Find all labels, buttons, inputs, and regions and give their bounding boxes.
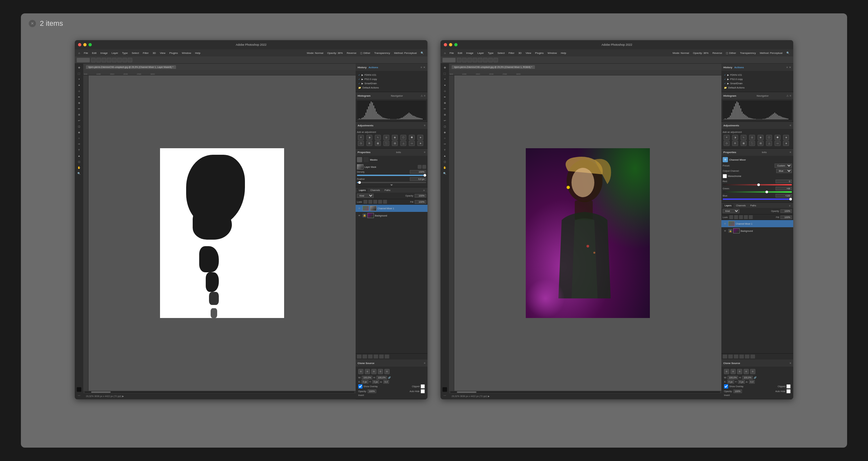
preset-select[interactable]: Custom bbox=[775, 163, 792, 168]
histogram-warn-icon[interactable]: ⚠ bbox=[421, 94, 423, 97]
right-color-lookup-adj[interactable]: ▦ bbox=[741, 141, 746, 146]
right-clone-src-4[interactable]: ⊛ bbox=[744, 369, 749, 374]
right-brightness-adj[interactable]: ☀ bbox=[724, 135, 730, 140]
right-action-item-1[interactable]: ✓ ▶ FDKN-V21 bbox=[723, 73, 792, 77]
right-scrollbar-h[interactable] bbox=[449, 391, 721, 393]
right-fg-color[interactable] bbox=[442, 387, 447, 392]
layer-channel-mixer[interactable]: 👁 Channel Mixer 1 bbox=[355, 205, 428, 212]
right-search-icon[interactable]: 🔍 bbox=[785, 51, 791, 55]
right-group-btn[interactable] bbox=[739, 355, 744, 359]
left-scrollbar-thumb[interactable] bbox=[91, 392, 111, 393]
right-eyedropper-tool[interactable]: ✒ bbox=[441, 94, 448, 99]
blend-mode-select[interactable]: Kind Normal bbox=[357, 194, 374, 198]
right-lock-position-icon[interactable] bbox=[739, 215, 743, 219]
right-background-visibility-icon[interactable]: 👁 bbox=[723, 228, 727, 233]
right-histogram-menu-icon[interactable]: ≡ bbox=[789, 94, 791, 97]
right-new-layer-btn[interactable] bbox=[745, 355, 749, 359]
right-panel-close-icon[interactable]: ✕ bbox=[789, 66, 791, 69]
right-menu-select[interactable]: Select bbox=[496, 51, 506, 55]
clone-src-2[interactable]: ⊛ bbox=[365, 369, 370, 374]
output-channel-select[interactable]: Blue Red Green bbox=[776, 169, 792, 173]
right-magic-wand-tool[interactable]: ✦ bbox=[441, 83, 448, 88]
color-lookup-adj[interactable]: ▦ bbox=[375, 141, 381, 146]
right-prop-menu-icon[interactable]: ≡ bbox=[789, 151, 791, 154]
lock-image-icon[interactable] bbox=[368, 200, 372, 204]
h-value[interactable]: 100,0% bbox=[376, 376, 387, 379]
left-canvas-container[interactable] bbox=[89, 75, 355, 391]
pen-tool[interactable]: ✑ bbox=[76, 142, 82, 147]
right-add-style-btn[interactable] bbox=[723, 355, 727, 359]
selective-color-adj[interactable]: ◈ bbox=[417, 141, 423, 146]
w-value[interactable]: 100,0% bbox=[362, 376, 372, 379]
right-reverse-btn[interactable]: Reverse bbox=[711, 51, 724, 55]
right-clipped-checkbox[interactable] bbox=[786, 384, 790, 389]
clone-stamp-tool[interactable]: ⊛ bbox=[76, 112, 82, 117]
info-tab[interactable]: Info bbox=[396, 151, 401, 154]
right-home-icon[interactable]: ⌂ bbox=[442, 51, 447, 55]
panel-menu-icon[interactable]: ≡ bbox=[421, 66, 422, 69]
right-clone-menu-icon[interactable]: ≡ bbox=[789, 362, 791, 365]
right-channels-tab[interactable]: Channels bbox=[734, 204, 748, 208]
right-marquee-tool[interactable]: ⬚ bbox=[441, 71, 448, 76]
lock-position-icon[interactable] bbox=[373, 200, 377, 204]
left-scrollbar-h[interactable] bbox=[83, 391, 355, 393]
right-menu-plugins[interactable]: Plugins bbox=[534, 51, 545, 55]
bw-adj[interactable]: ◈ bbox=[417, 135, 423, 140]
right-type-tool[interactable]: T bbox=[441, 147, 448, 152]
right-eraser-tool[interactable]: ◻ bbox=[441, 124, 448, 129]
layer-background[interactable]: 👁 🔒 Background bbox=[355, 212, 428, 219]
red-dot[interactable] bbox=[78, 43, 81, 47]
right-gradient-map-adj[interactable]: ▭ bbox=[775, 141, 780, 146]
menu-file[interactable]: File bbox=[82, 51, 90, 55]
right-document-tab[interactable]: bjorn-pierre-ZnkmiovCh6–unsplash.jpg @ 2… bbox=[452, 65, 535, 69]
right-invert-adj[interactable]: ⬛ bbox=[749, 141, 755, 146]
action-item-4[interactable]: 📁 Default Actions bbox=[357, 86, 426, 90]
fill-value[interactable]: 100% bbox=[415, 200, 426, 204]
right-add-mask-btn[interactable] bbox=[728, 355, 733, 359]
type-tool[interactable]: T bbox=[76, 147, 82, 152]
right-extra-tools[interactable]: ⋯ bbox=[441, 393, 448, 398]
opacity-clone-value[interactable]: 100% bbox=[368, 390, 376, 393]
right-action-item-2[interactable]: ✓ ▶ PS2.0 copy bbox=[723, 77, 792, 81]
right-menu-help[interactable]: Help bbox=[559, 51, 567, 55]
density-thumb[interactable] bbox=[424, 174, 426, 177]
right-healing-tool[interactable]: ⊕ bbox=[441, 100, 448, 105]
background-visibility-icon[interactable]: 👁 bbox=[357, 213, 362, 218]
crop-tool[interactable]: ⊹ bbox=[76, 89, 82, 94]
red-slider[interactable] bbox=[723, 184, 792, 185]
right-crop-tool[interactable]: ⊹ bbox=[441, 89, 448, 94]
menu-help[interactable]: Help bbox=[193, 51, 202, 55]
right-yellow-dot[interactable] bbox=[449, 43, 452, 47]
feather-thumb[interactable] bbox=[358, 181, 361, 184]
add-mask-btn[interactable] bbox=[363, 355, 367, 359]
eyedropper-tool[interactable]: ✒ bbox=[76, 94, 82, 99]
dodge-tool[interactable]: ○ bbox=[76, 135, 82, 141]
red-thumb[interactable] bbox=[757, 183, 760, 186]
menu-image[interactable]: Image bbox=[99, 51, 110, 55]
threshold-adj[interactable]: △ bbox=[400, 141, 406, 146]
hue-sat-adj[interactable]: ⬡ bbox=[400, 135, 406, 140]
right-gradient-tool[interactable]: ◈ bbox=[441, 130, 448, 135]
right-path-select-tool[interactable]: ▲ bbox=[441, 153, 448, 158]
green-channel-value[interactable]: +44 bbox=[776, 187, 792, 190]
delete-layer-btn[interactable] bbox=[385, 355, 389, 359]
lock-transparent-icon[interactable] bbox=[364, 200, 367, 204]
layer-visibility-icon[interactable]: 👁 bbox=[357, 206, 362, 211]
menu-type[interactable]: Type bbox=[121, 51, 129, 55]
gradient-map-adj[interactable]: ▭ bbox=[409, 141, 415, 146]
right-actions-tab[interactable]: Actions bbox=[735, 66, 744, 69]
add-style-btn[interactable] bbox=[357, 355, 362, 359]
blue-slider[interactable] bbox=[723, 198, 792, 200]
right-move-tool[interactable]: ✥ bbox=[441, 65, 448, 70]
right-menu-window[interactable]: Window bbox=[546, 51, 558, 55]
layers-tab[interactable]: Layers bbox=[357, 188, 368, 193]
feather-slider[interactable] bbox=[357, 182, 426, 183]
close-button[interactable]: ✕ bbox=[29, 20, 36, 27]
right-layer-channel-mixer[interactable]: 👁 Channel Mixer 1 bbox=[721, 220, 793, 227]
right-add-adj-btn[interactable] bbox=[734, 355, 738, 359]
right-layer-background[interactable]: 👁 🔒 Background bbox=[721, 227, 793, 235]
menu-edit[interactable]: Edit bbox=[90, 51, 98, 55]
right-fill-value[interactable]: 100% bbox=[780, 215, 792, 219]
action-item-3[interactable]: ✓ ▶ SmartDrain bbox=[357, 81, 426, 86]
right-delete-layer-btn[interactable] bbox=[750, 355, 755, 359]
